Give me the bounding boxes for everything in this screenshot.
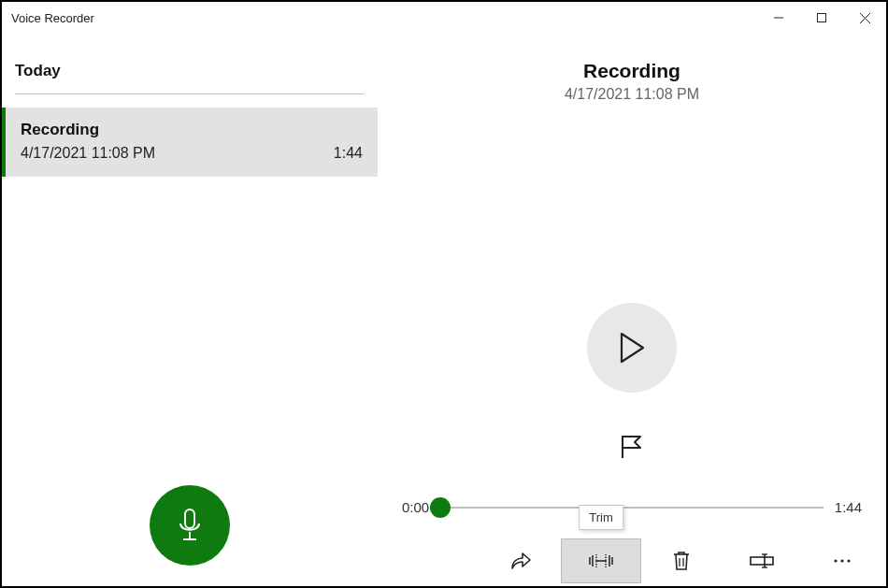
window-controls (757, 2, 886, 34)
divider (15, 93, 365, 94)
app-title: Voice Recorder (11, 11, 94, 25)
play-icon (618, 332, 646, 364)
section-title: Today (15, 62, 365, 80)
add-marker-button[interactable] (618, 434, 646, 460)
svg-rect-4 (185, 509, 194, 528)
svg-point-26 (840, 559, 843, 562)
total-time: 1:44 (835, 499, 862, 515)
recording-name: Recording (21, 121, 363, 139)
svg-rect-21 (751, 557, 773, 565)
playback-title: Recording (378, 60, 886, 82)
maximize-icon (816, 12, 827, 23)
seek-bar: 0:00 1:44 (402, 499, 862, 515)
microphone-icon (174, 507, 206, 544)
rename-button[interactable] (722, 538, 802, 583)
current-time: 0:00 (402, 499, 429, 515)
main-panel: Recording 4/17/2021 11:08 PM 0:00 1:44 (378, 34, 886, 586)
share-icon (510, 552, 531, 570)
playback-date: 4/17/2021 11:08 PM (378, 86, 886, 103)
section-header: Today (2, 34, 378, 88)
flag-icon (618, 434, 646, 460)
share-button[interactable] (480, 538, 561, 583)
record-button-container (2, 485, 378, 566)
seek-track[interactable] (440, 507, 824, 509)
close-button[interactable] (843, 2, 886, 34)
bottom-toolbar: Trim (378, 536, 886, 586)
record-button[interactable] (150, 485, 230, 566)
content: Today Recording 4/17/2021 11:08 PM 1:44 (2, 34, 886, 586)
recording-date: 4/17/2021 11:08 PM (21, 145, 155, 162)
close-icon (859, 12, 871, 24)
seek-thumb[interactable] (430, 497, 451, 518)
ellipsis-icon (833, 558, 852, 564)
titlebar: Voice Recorder (2, 2, 886, 34)
maximize-button[interactable] (800, 2, 843, 34)
svg-point-25 (834, 559, 837, 562)
trash-icon (673, 551, 690, 571)
trim-icon (589, 553, 613, 568)
more-options-button[interactable] (802, 538, 882, 583)
rename-icon (750, 553, 774, 568)
playback-header: Recording 4/17/2021 11:08 PM (378, 34, 886, 103)
recording-meta: 4/17/2021 11:08 PM 1:44 (21, 145, 363, 162)
recording-list-item[interactable]: Recording 4/17/2021 11:08 PM 1:44 (2, 108, 378, 177)
minimize-button[interactable] (757, 2, 800, 34)
delete-button[interactable] (641, 538, 722, 583)
minimize-icon (773, 12, 784, 23)
svg-point-27 (847, 559, 850, 562)
svg-marker-7 (622, 334, 643, 362)
recording-duration: 1:44 (334, 145, 363, 162)
svg-rect-1 (818, 14, 826, 22)
trim-tooltip: Trim (579, 505, 623, 530)
trim-button[interactable]: Trim (561, 538, 641, 583)
recordings-sidebar: Today Recording 4/17/2021 11:08 PM 1:44 (2, 34, 378, 586)
play-button[interactable] (587, 303, 677, 393)
